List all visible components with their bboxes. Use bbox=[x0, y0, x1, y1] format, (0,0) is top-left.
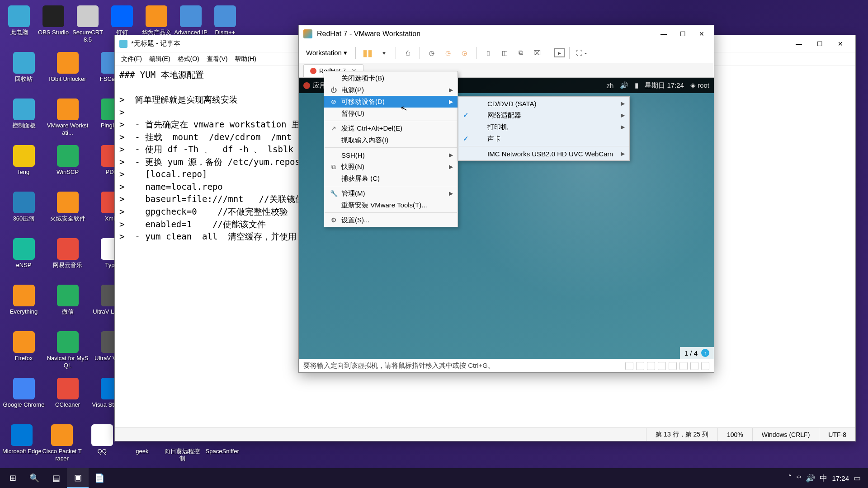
menu-item[interactable]: SSH(H)▶ bbox=[324, 149, 458, 161]
minimize-button[interactable]: — bbox=[788, 37, 809, 51]
gnome-activities[interactable]: 应用 bbox=[303, 81, 326, 90]
minimize-button[interactable]: — bbox=[654, 27, 673, 41]
desktop-icon[interactable]: 此电脑 bbox=[2, 4, 36, 50]
gnome-lang[interactable]: zh bbox=[606, 82, 613, 89]
menu-item[interactable]: ⊘可移动设备(D)▶ bbox=[324, 96, 458, 108]
view-single-icon[interactable]: ▯ bbox=[481, 46, 495, 60]
fullscreen-icon[interactable]: ▸ bbox=[554, 48, 565, 57]
redhat-icon bbox=[310, 68, 316, 74]
update-icon[interactable]: ↑ bbox=[701, 349, 709, 357]
menu-item[interactable]: ↗发送 Ctrl+Alt+Del(E) bbox=[324, 122, 458, 134]
maximize-button[interactable]: ☐ bbox=[673, 27, 692, 41]
desktop-icon[interactable]: Navicat for MySQL bbox=[46, 329, 90, 376]
menu-item[interactable]: 🔧管理(M)▶ bbox=[324, 188, 458, 199]
menu-item[interactable]: ⧉快照(N)▶ bbox=[324, 161, 458, 173]
start-button[interactable]: ⊞ bbox=[2, 468, 24, 488]
vmware-titlebar[interactable]: RedHat 7 - VMware Workstation — ☐ ✕ bbox=[299, 25, 714, 42]
menu-item[interactable]: 帮助(H) bbox=[231, 53, 259, 65]
desktop-icon[interactable]: 360压缩 bbox=[2, 190, 46, 236]
notepad-icon bbox=[119, 40, 127, 48]
menu-item[interactable]: 格式(O) bbox=[174, 53, 203, 65]
search-button[interactable]: 🔍 bbox=[24, 468, 45, 488]
pause-button[interactable]: ▮▮ bbox=[360, 46, 375, 60]
vmware-icon bbox=[303, 29, 312, 38]
redhat-icon bbox=[303, 82, 310, 89]
menu-item[interactable]: ⚙设置(S)... bbox=[324, 214, 458, 226]
menu-item[interactable]: 编辑(E) bbox=[146, 53, 174, 65]
close-button[interactable]: ✕ bbox=[830, 37, 851, 51]
menu-item[interactable]: 抓取输入内容(I) bbox=[324, 134, 458, 146]
status-pos: 第 13 行，第 25 列 bbox=[646, 428, 717, 441]
notifications-icon[interactable]: ▭ bbox=[854, 474, 861, 483]
menu-item[interactable]: 捕获屏幕 (C) bbox=[324, 173, 458, 184]
close-button[interactable]: ✕ bbox=[692, 27, 711, 41]
menu-item[interactable]: ✓网络适配器▶ bbox=[458, 109, 629, 121]
desktop-icon[interactable]: OBS Studio bbox=[36, 4, 71, 50]
menu-item[interactable]: ✓声卡 bbox=[458, 133, 629, 145]
desktop-icon[interactable]: Everything bbox=[2, 283, 46, 329]
status-eol: Windows (CRLF) bbox=[752, 428, 819, 441]
stretch-icon[interactable]: ⛶ ▾ bbox=[574, 46, 589, 60]
view-unity-icon[interactable]: ⧉ bbox=[514, 46, 528, 60]
menu-item[interactable]: 关闭选项卡(B) bbox=[324, 72, 458, 84]
battery-icon[interactable]: ▮ bbox=[635, 81, 638, 89]
menu-item[interactable]: 打印机▶ bbox=[458, 121, 629, 133]
desktop-icon[interactable]: 回收站 bbox=[2, 50, 46, 97]
vm-pager: 1 / 4 ↑ bbox=[680, 347, 714, 359]
desktop-icon[interactable]: feng bbox=[2, 143, 46, 190]
snapshot-icon[interactable]: ◷ bbox=[425, 46, 439, 60]
volume-icon[interactable]: 🔊 bbox=[806, 474, 815, 483]
status-enc: UTF-8 bbox=[819, 428, 855, 441]
menu-item[interactable]: 暂停(U) bbox=[324, 108, 458, 119]
gnome-date[interactable]: 星期日 17:24 bbox=[645, 81, 684, 90]
desktop-icon[interactable]: Microsoft Edge bbox=[2, 422, 42, 469]
removable-devices-submenu: CD/DVD (SATA)▶✓网络适配器▶打印机▶✓声卡IMC Networks… bbox=[458, 96, 630, 161]
snapshot-manage-icon[interactable]: ◶ bbox=[457, 46, 472, 60]
desktop-icon[interactable]: 控制面板 bbox=[2, 97, 46, 143]
view-console-icon[interactable]: ⌧ bbox=[530, 46, 544, 60]
taskbar-clock[interactable]: 17:24 bbox=[832, 474, 849, 482]
vmware-title: RedHat 7 - VMware Workstation bbox=[317, 30, 654, 38]
send-button[interactable]: ⎙ bbox=[401, 46, 415, 60]
menu-item[interactable]: IMC Networks USB2.0 HD UVC WebCam▶ bbox=[458, 148, 629, 160]
desktop-icon[interactable]: CCleaner bbox=[46, 376, 90, 422]
menu-item[interactable]: ⏻电源(P)▶ bbox=[324, 84, 458, 96]
tray-up-icon[interactable]: ˄ bbox=[788, 474, 792, 483]
device-icons bbox=[625, 362, 709, 370]
snapshot-take-icon[interactable]: ◷ bbox=[441, 46, 455, 60]
view-split-icon[interactable]: ◫ bbox=[497, 46, 512, 60]
notepad-statusbar: 第 13 行，第 25 列 100% Windows (CRLF) UTF-8 bbox=[115, 427, 855, 441]
desktop-icon[interactable]: VMware Workstati... bbox=[46, 97, 90, 143]
menu-item[interactable]: 重新安装 VMware Tools(T)... bbox=[324, 199, 458, 211]
menu-item[interactable]: CD/DVD (SATA)▶ bbox=[458, 98, 629, 109]
desktop-icon[interactable]: 网易云音乐 bbox=[46, 236, 90, 283]
ime-icon[interactable]: 中 bbox=[820, 473, 827, 483]
taskbar: ⊞ 🔍 ▤ ▣ 📄 ˄ ⌔ 🔊 中 17:24 ▭ bbox=[0, 468, 868, 488]
gnome-user[interactable]: ◈ root bbox=[690, 81, 709, 89]
desktop-icon[interactable]: 微信 bbox=[46, 283, 90, 329]
workstation-menu[interactable]: Workstation ▾ bbox=[302, 47, 351, 59]
desktop-icon[interactable]: IObit Unlocker bbox=[46, 50, 90, 97]
desktop-icon[interactable]: Firefox bbox=[2, 329, 46, 376]
system-tray: ˄ ⌔ 🔊 中 17:24 ▭ bbox=[788, 473, 866, 483]
menu-item[interactable]: 查看(V) bbox=[203, 53, 231, 65]
desktop-icon[interactable]: Cisco Packet Tracer bbox=[42, 422, 82, 469]
vm-hintbar: 要将输入定向到该虚拟机，请将鼠标指针移入其中或按 Ctrl+G。 bbox=[299, 359, 714, 372]
desktop-icon[interactable]: WinSCP bbox=[46, 143, 90, 190]
status-zoom: 100% bbox=[717, 428, 752, 441]
desktop-icon[interactable]: SecureCRT 8.5 bbox=[71, 4, 105, 50]
taskbar-vmware[interactable]: ▣ bbox=[67, 468, 89, 488]
vmware-toolbar: Workstation ▾ ▮▮ ▾ ⎙ ◷ ◷ ◶ ▯ ◫ ⧉ ⌧ ▸ ⛶ ▾ bbox=[299, 42, 714, 63]
dropdown-icon[interactable]: ▾ bbox=[377, 46, 391, 60]
taskview-button[interactable]: ▤ bbox=[45, 468, 67, 488]
taskbar-notepad[interactable]: 📄 bbox=[89, 468, 110, 488]
desktop-icon[interactable]: 火绒安全软件 bbox=[46, 190, 90, 236]
desktop-icon[interactable]: Google Chrome bbox=[2, 376, 46, 422]
wifi-icon[interactable]: ⌔ bbox=[797, 474, 801, 483]
maximize-button[interactable]: ☐ bbox=[809, 37, 830, 51]
vm-context-menu: 关闭选项卡(B)⏻电源(P)▶⊘可移动设备(D)▶暂停(U)↗发送 Ctrl+A… bbox=[324, 71, 458, 227]
volume-icon[interactable]: 🔊 bbox=[620, 81, 628, 89]
desktop-icon[interactable]: eNSP bbox=[2, 236, 46, 283]
menu-item[interactable]: 文件(F) bbox=[118, 53, 146, 65]
